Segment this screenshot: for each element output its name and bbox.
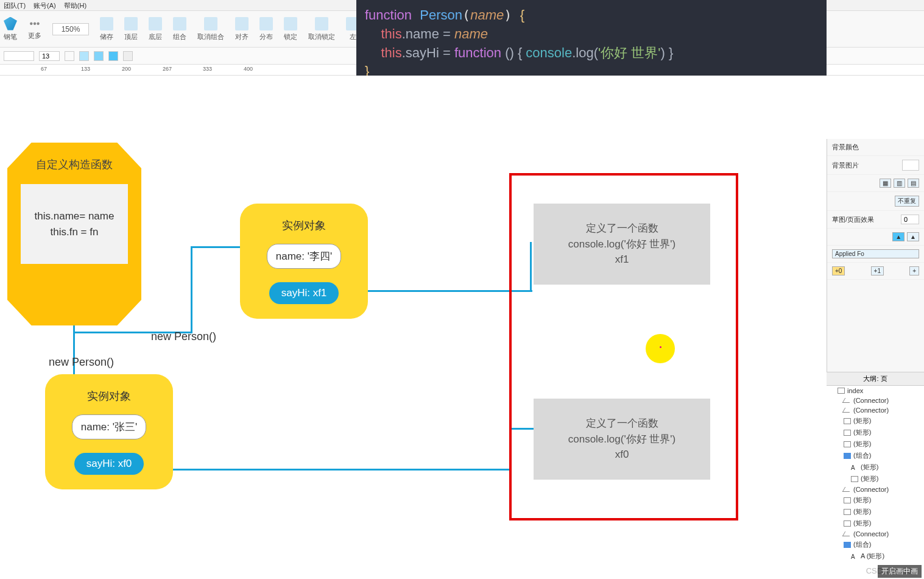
constructor-title: 自定义构造函数 [18, 157, 130, 172]
unlock-icon [315, 17, 328, 30]
repeat-btn-2[interactable]: ▥ [894, 179, 905, 188]
repeat-btn-1[interactable]: ▦ [880, 179, 891, 188]
instance-1-sayhi: sayHi: xf1 [269, 282, 339, 304]
instance-1-shape[interactable]: 实例对象 name: '李四' sayHi: xf1 [240, 204, 368, 319]
bg-color-label: 背景颜色 [832, 143, 859, 152]
ungroup-icon [204, 17, 217, 30]
group-icon [173, 17, 186, 30]
instance-2-name: name: '张三' [72, 414, 146, 439]
plus0-btn[interactable]: +0 [832, 266, 845, 275]
plus-btn[interactable]: + [909, 266, 919, 275]
sketch-label: 草图/页面效果 [832, 215, 874, 224]
instance-2-shape[interactable]: 实例对象 name: '张三' sayHi: xf0 [45, 374, 173, 489]
outline-item[interactable]: (矩形) [827, 415, 924, 427]
instance-2-title: 实例对象 [60, 389, 158, 403]
connector-line [191, 246, 242, 248]
text-icon: A [851, 464, 858, 471]
group-tool[interactable]: 组合 [173, 17, 186, 41]
text-icon: A [851, 553, 858, 559]
bg-image-swatch[interactable] [902, 160, 919, 171]
connector-line [368, 290, 532, 292]
cursor-highlight [646, 334, 675, 363]
instance-2-sayhi: sayHi: xf0 [74, 453, 144, 475]
conn-icon [842, 531, 853, 536]
effect-btn-1[interactable]: ▲ [892, 232, 905, 241]
align-icon [235, 17, 249, 30]
plus1-btn[interactable]: +1 [871, 266, 884, 275]
ungroup-tool[interactable]: 取消组合 [197, 17, 224, 41]
fill-swatch-2[interactable] [94, 51, 104, 61]
rect-icon [844, 509, 851, 515]
connector-line [191, 246, 192, 333]
constructor-body: this.name= name this.fn = fn [21, 184, 128, 264]
lock-icon [284, 17, 297, 30]
zoom-input[interactable]: 150% [52, 23, 89, 35]
conn-icon [842, 398, 853, 403]
function-1-box[interactable]: 定义了一个函数 console.log('你好 世界') xf1 [534, 204, 710, 285]
outline-item[interactable]: (Connector) [827, 405, 924, 415]
folder-icon [844, 453, 851, 459]
menu-account[interactable]: 账号(A) [34, 2, 56, 9]
effect-btn-2[interactable]: ▲ [907, 232, 919, 241]
menu-help[interactable]: 帮助(H) [64, 2, 86, 9]
unlock-tool[interactable]: 取消锁定 [308, 17, 335, 41]
save-icon [100, 17, 113, 30]
save-tool[interactable]: 储存 [100, 17, 113, 41]
canvas[interactable]: 自定义构造函数 this.name= name this.fn = fn new… [0, 76, 827, 579]
fill-swatch-1[interactable] [79, 51, 89, 61]
rect-icon [844, 497, 851, 503]
outline-item[interactable]: (组合) [827, 450, 924, 461]
repeat-btn-3[interactable]: ▤ [908, 179, 919, 188]
outline-item[interactable]: (Connector) [827, 485, 924, 494]
bg-image-label: 背景图片 [832, 161, 859, 170]
outline-item[interactable]: (矩形) [827, 494, 924, 506]
outline-header: 大纲: 页 [827, 372, 924, 386]
outline-panel: 大纲: 页 index(Connector)(Connector)(矩形)(矩形… [827, 372, 924, 579]
outline-item[interactable]: AA (矩形) [827, 550, 924, 562]
instance-1-title: 实例对象 [255, 218, 353, 233]
no-repeat-select[interactable]: 不重复 [895, 196, 919, 207]
layer-top-icon [124, 17, 138, 30]
outline-item[interactable]: A(矩形) [827, 461, 924, 473]
rect-icon [844, 441, 851, 447]
outline-item[interactable]: (Connector) [827, 529, 924, 539]
rect-icon [851, 476, 858, 482]
fill-swatch-3[interactable] [108, 51, 118, 61]
sketch-value[interactable] [901, 215, 919, 224]
outline-item[interactable]: index [827, 386, 924, 396]
outline-item[interactable]: (矩形) [827, 473, 924, 485]
rect-icon [844, 520, 851, 527]
outline-item[interactable]: (Connector) [827, 396, 924, 405]
constructor-shape[interactable]: 自定义构造函数 this.name= name this.fn = fn [7, 143, 141, 325]
pen-tool[interactable]: 钢笔 [4, 17, 17, 41]
folder-icon [844, 542, 851, 548]
outline-item[interactable]: (矩形) [827, 427, 924, 438]
distribute-tool[interactable]: 分布 [259, 17, 273, 41]
outline-item[interactable]: (组合) [827, 539, 924, 550]
applied-select[interactable]: Applied Fo [832, 249, 919, 258]
instance-1-name: name: '李四' [267, 244, 341, 269]
pip-button[interactable]: 开启画中画 [878, 565, 922, 578]
rect-icon [844, 430, 851, 436]
menu-team[interactable]: 团队(T) [4, 2, 26, 9]
function-2-box[interactable]: 定义了一个函数 console.log('你好 世界') xf0 [534, 399, 710, 480]
align-tool[interactable]: 对齐 [235, 17, 249, 41]
conn-icon [842, 487, 853, 492]
lock-tool[interactable]: 锁定 [284, 17, 297, 41]
font-select[interactable] [4, 51, 34, 61]
fill-swatch-4[interactable] [123, 51, 133, 61]
distribute-icon [259, 17, 273, 30]
layer-bottom-icon [149, 17, 162, 30]
font-size[interactable] [39, 51, 60, 61]
outline-item[interactable]: (矩形) [827, 438, 924, 450]
more-tool[interactable]: •••更多 [28, 18, 41, 40]
top-layer-tool[interactable]: 顶层 [124, 17, 138, 41]
page-icon [838, 388, 845, 394]
outline-item[interactable]: (矩形) [827, 506, 924, 517]
bottom-layer-tool[interactable]: 底层 [149, 17, 162, 41]
connector-line [173, 469, 510, 471]
conn-icon [842, 408, 853, 413]
outline-item[interactable]: (矩形) [827, 517, 924, 529]
color-swatch[interactable] [65, 51, 74, 61]
pen-icon [4, 17, 17, 30]
